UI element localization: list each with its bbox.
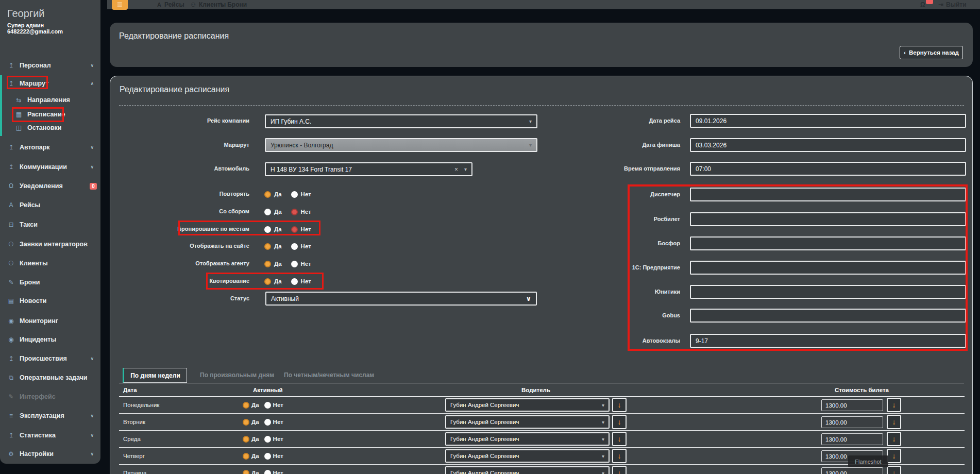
copy-driver-down-button[interactable]: ↓ [612, 415, 627, 429]
price-input[interactable]: 1300.00 [821, 416, 883, 428]
route-label: Маршрут [121, 142, 249, 148]
logout-button[interactable]: ⇥ Выйти [938, 0, 967, 9]
radio-yes-checked[interactable] [264, 261, 271, 267]
sidebar-item-monitoring[interactable]: ◉ Мониторинг [0, 316, 100, 326]
copy-driver-down-button[interactable]: ↓ [612, 398, 627, 412]
radio-no[interactable] [291, 278, 298, 285]
sidebar-item-route[interactable]: ↥ Маршрут ∧ [0, 78, 100, 89]
radio-no[interactable] [291, 243, 298, 250]
tab-by-weekdays[interactable]: По дням недели [123, 368, 187, 383]
fleet-icon: ↥ [7, 144, 15, 151]
chevron-down-icon: ∨ [90, 164, 94, 170]
dispatcher-input[interactable] [690, 188, 966, 201]
radio-yes-checked[interactable] [264, 191, 271, 198]
copy-price-down-button[interactable]: ↓ [887, 398, 901, 412]
sidebar-item-notifications[interactable]: Ω Уведомления 0 [0, 181, 100, 191]
driver-select[interactable]: Губин Андрей Сергеевич ▾ [445, 449, 610, 463]
sidebar-item-integrator-requests[interactable]: ⚇ Заявки интеграторов [0, 239, 100, 249]
sidebar-item-personnel[interactable]: ↥ Персонал ∨ [0, 60, 100, 71]
radio-yes-checked[interactable] [243, 436, 249, 443]
sidebar-item-interface[interactable]: ✎ Интерфейс [0, 392, 100, 402]
sidebar-item-fleet[interactable]: ↥ Автопарк ∨ [0, 142, 100, 153]
sidebar-item-trips[interactable]: A Рейсы [0, 200, 100, 210]
person-icon: ↥ [7, 62, 15, 69]
radio-no[interactable] [291, 261, 298, 267]
sidebar-item-exploitation[interactable]: ≡ Эксплуатация ∨ [0, 411, 100, 421]
bosfor-input[interactable] [690, 236, 966, 250]
copy-price-down-button[interactable]: ↓ [887, 449, 901, 463]
with-fee-radio-group: Да Нет [264, 207, 311, 216]
gobus-input[interactable] [690, 309, 966, 323]
sidebar-item-accidents[interactable]: ↥ Происшествия ∨ [0, 353, 100, 364]
sidebar-item-news[interactable]: ▤ Новости [0, 296, 100, 306]
radio-no[interactable] [264, 419, 271, 426]
sidebar-item-stops[interactable]: ◫ Остановки [0, 123, 100, 133]
topbar-item-bookings[interactable]: ✎ Брони [219, 0, 247, 9]
unitiki-input[interactable] [690, 285, 966, 299]
topbar-item-trips[interactable]: A Рейсы [157, 0, 184, 9]
copy-driver-down-button[interactable]: ↓ [612, 449, 627, 463]
sidebar-item-statistics[interactable]: ↥ Статистика ∨ [0, 430, 100, 441]
back-button[interactable]: ‹ Вернуться назад [900, 46, 963, 59]
chevron-up-icon: ∧ [90, 81, 94, 86]
bosfor-label: Босфор [533, 240, 680, 246]
radio-no[interactable] [264, 470, 271, 474]
driver-select[interactable]: Губин Андрей Сергеевич ▾ [445, 398, 610, 412]
radio-yes-checked[interactable] [243, 453, 249, 460]
driver-select[interactable]: Губин Андрей Сергеевич ▾ [445, 415, 610, 429]
radio-yes-checked[interactable] [243, 470, 249, 474]
arrow-down-icon: ↓ [618, 469, 621, 474]
driver-select[interactable]: Губин Андрей Сергеевич ▾ [445, 432, 610, 446]
hamburger-button[interactable]: ☰ [112, 0, 128, 10]
sidebar-item-settings[interactable]: ⚙ Настройки ∨ [0, 449, 100, 459]
departure-time-input[interactable]: 07:00 [690, 162, 966, 176]
sidebar-item-communications[interactable]: ↥ Коммуникации ∨ [0, 162, 100, 172]
users-icon: ⚇ [7, 260, 15, 267]
sidebar-item-taxi[interactable]: ⊟ Такси [0, 219, 100, 230]
radio-no-checked[interactable] [291, 209, 298, 215]
driver-select[interactable]: Губин Андрей Сергеевич ▾ [445, 466, 610, 474]
chevron-down-icon: ∨ [90, 145, 94, 150]
clear-icon[interactable]: × [454, 166, 458, 173]
radio-yes-checked[interactable] [243, 419, 249, 426]
copy-price-down-button[interactable]: ↓ [887, 415, 901, 429]
price-input[interactable]: 1300.00 [821, 433, 883, 445]
sidebar-item-incidents[interactable]: ◉ Инциденты [0, 334, 100, 345]
sidebar-item-schedule[interactable]: ▦ Расписание [0, 109, 100, 120]
tab-by-even-odd[interactable]: По четным/нечетным числам [284, 371, 374, 379]
sidebar-item-bookings[interactable]: ✎ Брони [0, 277, 100, 287]
radio-no[interactable] [264, 453, 271, 460]
copy-driver-down-button[interactable]: ↓ [612, 466, 627, 474]
radio-no[interactable] [264, 436, 271, 443]
status-select[interactable]: Активный ∨ [265, 292, 537, 306]
sidebar-item-directions[interactable]: ⇆ Направления [0, 95, 100, 105]
company-select[interactable]: ИП Губин А.С. ▾ [265, 114, 537, 128]
radio-yes[interactable] [264, 209, 271, 215]
trip-date-input[interactable]: 09.01.2026 [690, 114, 966, 128]
copy-price-down-button[interactable]: ↓ [887, 432, 901, 446]
1c-enterprise-input[interactable] [690, 261, 966, 275]
tab-by-arbitrary-days[interactable]: По произвольным дням [200, 371, 274, 379]
radio-yes-checked[interactable] [243, 402, 249, 409]
radio-yes-checked[interactable] [264, 243, 271, 250]
radio-yes-checked[interactable] [264, 278, 271, 285]
radio-no[interactable] [264, 402, 271, 409]
notifications-bell-button[interactable]: Ω [920, 0, 925, 9]
price-input[interactable]: 1300.00 [821, 399, 883, 411]
copy-driver-down-button[interactable]: ↓ [612, 432, 627, 446]
radio-yes[interactable] [264, 226, 271, 233]
bus-stations-input[interactable]: 9-17 [690, 334, 966, 348]
chevron-down-icon: ▾ [529, 142, 532, 148]
communications-icon: ↥ [7, 163, 15, 171]
finish-date-input[interactable]: 03.03.2026 [690, 138, 966, 152]
sidebar-item-operational-tasks[interactable]: ⧉ Оперативные задачи [0, 373, 100, 383]
tasks-icon: ⧉ [7, 374, 15, 381]
sidebar-item-clients[interactable]: ⚇ Клиенты [0, 258, 100, 268]
radio-no-checked[interactable] [291, 226, 298, 233]
vehicle-select[interactable]: Н 148 ВУ 134 Ford Transit 17 × ▾ [265, 162, 472, 176]
rosbilet-input[interactable] [690, 212, 966, 226]
copy-price-down-button[interactable]: ↓ [887, 466, 901, 474]
radio-no[interactable] [291, 191, 298, 198]
price-input[interactable]: 1300.00 [821, 467, 883, 474]
col-header-date: Дата [123, 387, 137, 393]
